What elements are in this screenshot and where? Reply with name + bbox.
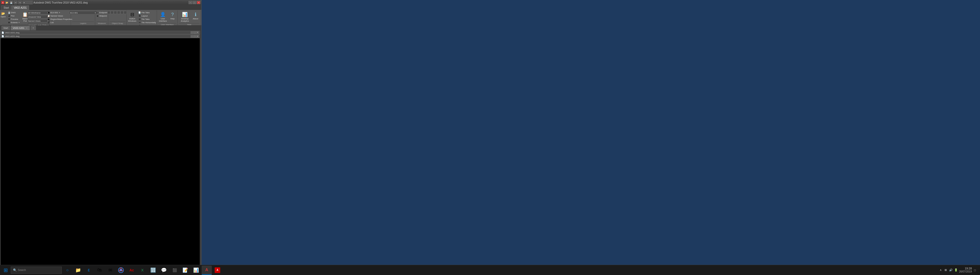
file-tab-start[interactable]: Start: [1, 26, 10, 30]
osnap-btn-3[interactable]: [114, 11, 117, 14]
dw1-restore[interactable]: □: [193, 31, 196, 34]
tray-notification[interactable]: □: [973, 268, 977, 272]
start-button[interactable]: ⊞: [1, 266, 10, 275]
elv001-icon: ▣: [48, 11, 50, 14]
tab-start[interactable]: Start: [1, 5, 11, 10]
taskbar-store[interactable]: 🛍: [94, 266, 105, 275]
extents-button[interactable]: ⊞ Extents ▼: [7, 21, 21, 24]
taskbar-chart[interactable]: 📊: [191, 266, 201, 275]
drawing-window-1-titlebar: 📄 VA02-A201.dwg ─ □ ✕: [0, 31, 200, 34]
dw2-restore[interactable]: □: [193, 35, 196, 38]
app-icon: A: [1, 1, 4, 4]
user-interface-button[interactable]: 👤 User Interface: [158, 11, 168, 23]
close-button[interactable]: ✕: [197, 1, 200, 4]
close-tab-va02a201[interactable]: ✕: [25, 27, 28, 29]
maximize-button[interactable]: □: [192, 1, 196, 4]
help-button[interactable]: ? Help: [169, 11, 177, 21]
taskbar-edge[interactable]: ε: [84, 266, 94, 275]
qa-undo[interactable]: ↩: [14, 1, 18, 4]
preview-button[interactable]: 👁 Preview: [7, 17, 21, 21]
tile-h-button[interactable]: ═ Tile Horizontally: [138, 21, 156, 24]
cmd-icon: ⬛: [172, 267, 178, 273]
drawing-window-2: 📄 VA02-A201.dwg ─ □ ✕: [0, 34, 200, 265]
taskbar-trueview[interactable]: A: [202, 266, 212, 275]
dw1-title: 📄 VA02-A201.dwg: [2, 32, 19, 34]
midpoint-button[interactable]: ◈ Midpoint: [96, 14, 108, 17]
notepad-icon: 📝: [182, 267, 188, 273]
taskbar-cmd[interactable]: ⬛: [169, 266, 180, 275]
dw1-controls: ─ □ ✕: [191, 31, 199, 34]
app-window: A 📂 💾 ↩ ↪ ▼ Autodesk DWG TrueView 2018 V…: [0, 0, 202, 275]
ribbon-group-measure: ◇ Endpoint ◈ Midpoint Measure: [95, 10, 108, 25]
store-icon: 🛍: [97, 267, 103, 273]
taskbar-calculator[interactable]: 🔢: [148, 266, 158, 275]
taskbar-excel[interactable]: X: [137, 266, 148, 275]
output-content: 📂 Open 💾 DWS 🖨 Plot 👁 Preview: [0, 11, 29, 24]
title-controls: ─ □ ✕: [189, 1, 200, 4]
taskbar-acrobat2[interactable]: A: [212, 266, 223, 275]
layer-elv-dropdown[interactable]: ELV-001 ▼: [69, 11, 97, 14]
about-icon: ℹ: [192, 11, 199, 17]
qa-save[interactable]: 💾: [10, 1, 13, 4]
open-button[interactable]: 📂 Open: [0, 11, 7, 19]
plot-button[interactable]: 🖨 Plot: [7, 14, 21, 17]
qa-dropdown[interactable]: ▼: [22, 1, 33, 4]
unsaved-view-dropdown[interactable]: Unsaved View ▼: [27, 15, 50, 19]
taskbar-search[interactable]: 🔍 Search: [11, 267, 62, 274]
osnap-btn-2[interactable]: [110, 11, 114, 14]
osnap-btn-6[interactable]: [124, 11, 127, 14]
2d-wireframe-dropdown[interactable]: 2D Wireframe ▼: [27, 11, 50, 14]
region-button[interactable]: ◉ Region/Mass Properties: [47, 17, 73, 21]
taskbar-chrome[interactable]: [116, 266, 126, 275]
tab-va02a201[interactable]: VA02-A201: [11, 5, 29, 10]
taskbar-mail[interactable]: ✉: [105, 266, 115, 275]
named-views-view-button[interactable]: 📋 Named Views: [47, 14, 73, 17]
taskbar-cortana[interactable]: ○: [62, 266, 73, 275]
switch-windows-button[interactable]: ⊟ Switch Windows: [127, 11, 137, 23]
tray-battery[interactable]: 🔋: [954, 268, 958, 272]
tray-network[interactable]: ⊠: [944, 268, 948, 272]
desktop-background: [202, 0, 980, 265]
plot-icon: 🖨: [8, 14, 11, 17]
minimize-button[interactable]: ─: [189, 1, 192, 4]
system-clock[interactable]: 19:28 26/07/2019: [959, 267, 972, 273]
extents-icon: ⊞: [8, 21, 11, 24]
about-button[interactable]: ℹ About: [191, 11, 200, 21]
dw1-minimize[interactable]: ─: [191, 31, 193, 34]
help-icon: ?: [169, 11, 176, 17]
file-tab-va02a201[interactable]: VA02-A201 ✕: [11, 26, 30, 30]
qa-redo[interactable]: ↪: [18, 1, 22, 4]
taskbar-whatsapp[interactable]: 💬: [159, 266, 169, 275]
tray-volume[interactable]: 🔊: [949, 268, 953, 272]
tray-up-arrow[interactable]: ∧: [939, 268, 943, 272]
desktop-analytics-button[interactable]: 📊 Desktop Analytics: [179, 11, 191, 23]
layout-button[interactable]: ⊞ Layout: [138, 14, 156, 17]
osnap-btn-4[interactable]: [117, 11, 120, 14]
taskbar-acrobat[interactable]: Ac: [127, 266, 137, 275]
view-buttons: ▣ ELV-001 ▼ 📋 Named Views ◉ Region/Mass …: [47, 11, 73, 27]
taskbar-notepad[interactable]: 📝: [180, 266, 190, 275]
named-views-dropdown[interactable]: Named Views ▼: [27, 19, 50, 23]
taskbar-file-explorer[interactable]: 📁: [73, 266, 83, 275]
qa-open[interactable]: 📂: [5, 1, 9, 4]
list-button[interactable]: ☰ List: [47, 21, 73, 24]
dw2-close[interactable]: ✕: [196, 35, 199, 38]
dw2-minimize[interactable]: ─: [191, 35, 193, 38]
file-tabs-button[interactable]: 📑 File Tabs: [138, 11, 156, 14]
osnap-btn-1[interactable]: [107, 11, 110, 14]
midpoint-icon: ◈: [96, 14, 99, 17]
osnap-btn-5[interactable]: [121, 11, 124, 14]
acrobat-icon: Ac: [129, 267, 135, 273]
tile-tabs-button[interactable]: ⊟ Tile Tabs: [138, 17, 156, 21]
layout-icon: ⊞: [138, 14, 141, 17]
dw1-close[interactable]: ✕: [196, 31, 199, 34]
ui-content: 👤 User Interface ? Help: [158, 11, 177, 23]
osnap-content: [107, 11, 127, 21]
dws-button[interactable]: 💾 DWS: [7, 11, 21, 14]
elv001-button[interactable]: ▣ ELV-001 ▼: [47, 11, 73, 14]
title-text: Autodesk DWG TrueView 2018 VA02-A201.dwg: [33, 1, 88, 4]
endpoint-button[interactable]: ◇ Endpoint: [96, 11, 108, 14]
drawing-canvas[interactable]: [0, 38, 200, 265]
nav-content: 2D Wireframe ▼ Unsaved View ▼ Named View…: [27, 11, 50, 27]
file-tab-new[interactable]: +: [30, 26, 36, 30]
